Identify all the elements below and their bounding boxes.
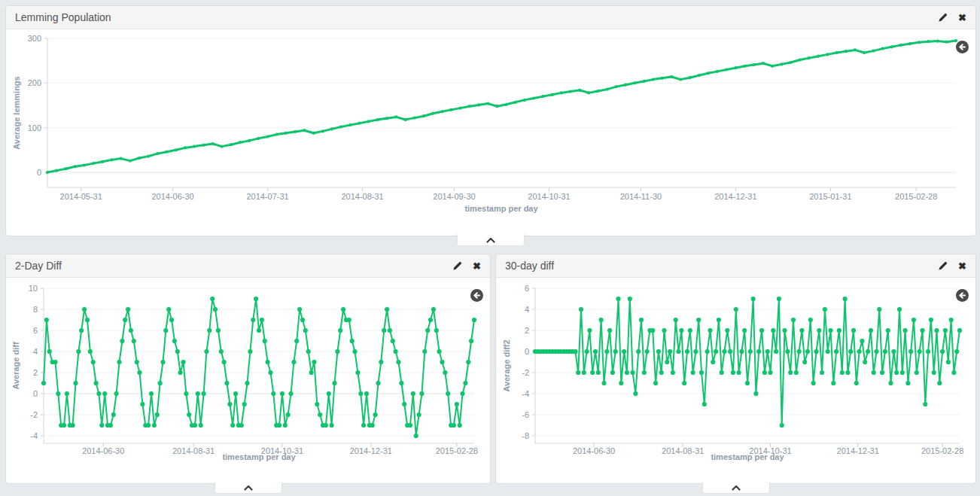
svg-text:2015-01-31: 2015-01-31: [809, 192, 851, 201]
svg-text:2014-12-31: 2014-12-31: [714, 192, 756, 201]
collapse-button[interactable]: [702, 482, 770, 494]
panel-header-icons: ✖: [452, 261, 481, 271]
chevron-up-icon: [486, 237, 495, 243]
close-icon: ✖: [958, 13, 966, 23]
svg-text:2014-08-31: 2014-08-31: [172, 446, 215, 455]
back-arrow-button[interactable]: [955, 288, 969, 306]
svg-text:2014-12-31: 2014-12-31: [837, 446, 879, 455]
chevron-up-icon: [244, 485, 253, 491]
svg-text:2015-02-28: 2015-02-28: [436, 446, 478, 455]
svg-text:2014-10-31: 2014-10-31: [528, 192, 570, 201]
svg-text:-2: -2: [30, 410, 38, 419]
svg-text:200: 200: [28, 78, 41, 87]
svg-text:2014-11-30: 2014-11-30: [620, 192, 662, 201]
panel-title: 2-Day Diff: [15, 260, 452, 272]
svg-text:300: 300: [28, 34, 41, 43]
chart-area-lemming-population: 01002003002014-05-312014-06-302014-07-31…: [6, 29, 975, 236]
svg-text:-4: -4: [522, 389, 529, 398]
panel-header: 2-Day Diff ✖: [6, 254, 490, 278]
svg-text:6: 6: [525, 284, 529, 293]
svg-text:4: 4: [525, 305, 529, 314]
svg-text:2014-12-31: 2014-12-31: [350, 446, 392, 455]
svg-text:0: 0: [525, 347, 529, 356]
svg-text:2014-07-31: 2014-07-31: [246, 192, 288, 201]
svg-text:0: 0: [33, 389, 38, 398]
svg-text:-2: -2: [522, 368, 529, 377]
edit-button[interactable]: [452, 261, 462, 271]
svg-text:0: 0: [37, 168, 41, 177]
panel-title: 30-day diff: [505, 260, 938, 272]
pencil-icon: [938, 261, 948, 271]
collapse-button[interactable]: [215, 482, 282, 494]
svg-text:2: 2: [525, 326, 529, 335]
y-axis-title: Average lemmings: [12, 76, 21, 149]
svg-text:-8: -8: [522, 431, 529, 440]
svg-text:8: 8: [33, 305, 38, 314]
back-arrow-button[interactable]: [470, 288, 484, 306]
edit-button[interactable]: [938, 261, 948, 271]
svg-text:100: 100: [28, 123, 41, 132]
x-axis-title: timestamp per day: [464, 204, 537, 213]
svg-text:-6: -6: [522, 410, 529, 419]
panel-30-day-diff: 30-day diff ✖ -8-6-4-202462014-06-302014…: [495, 254, 976, 484]
y-axis-title: Average diff2: [502, 339, 511, 391]
panel-lemming-population: Lemming Population ✖ 01002003002014-05-3…: [5, 5, 976, 236]
panel-header-icons: ✖: [938, 13, 966, 23]
x-axis-title: timestamp per day: [711, 452, 784, 461]
panel-header: Lemming Population ✖: [6, 6, 975, 29]
y-axis-title: Average diff: [11, 342, 20, 389]
svg-text:2014-05-31: 2014-05-31: [60, 192, 102, 201]
svg-text:10: 10: [29, 284, 38, 293]
close-icon: ✖: [473, 261, 481, 271]
collapse-button[interactable]: [457, 234, 525, 246]
x-axis-title: timestamp per day: [222, 452, 295, 461]
svg-text:2014-08-31: 2014-08-31: [341, 192, 383, 201]
pencil-icon: [452, 261, 462, 271]
pencil-icon: [938, 13, 948, 23]
panel-header: 30-day diff ✖: [496, 254, 975, 278]
close-button[interactable]: ✖: [473, 261, 481, 271]
close-button[interactable]: ✖: [958, 261, 966, 271]
back-arrow-circle-icon: [955, 288, 969, 303]
close-button[interactable]: ✖: [958, 13, 966, 23]
svg-text:2015-02-28: 2015-02-28: [895, 192, 937, 201]
chevron-up-icon: [732, 485, 741, 491]
panel-header-icons: ✖: [938, 261, 966, 271]
svg-text:2014-08-31: 2014-08-31: [662, 446, 704, 455]
back-arrow-circle-icon: [955, 40, 969, 54]
close-icon: ✖: [958, 261, 966, 271]
chart-area-30-day-diff: -8-6-4-202462014-06-302014-08-312014-10-…: [496, 278, 975, 483]
edit-button[interactable]: [938, 13, 948, 23]
svg-text:6: 6: [33, 326, 38, 335]
svg-text:4: 4: [33, 347, 38, 356]
chart-area-2-day-diff: -4-202468102014-06-302014-08-312014-10-3…: [6, 278, 490, 483]
svg-text:2014-06-30: 2014-06-30: [82, 446, 124, 455]
svg-text:2014-06-30: 2014-06-30: [573, 446, 615, 455]
back-arrow-circle-icon: [470, 288, 484, 303]
panel-title: Lemming Population: [15, 11, 938, 23]
panel-2-day-diff: 2-Day Diff ✖ -4-202468102014-06-302014-0…: [5, 254, 491, 484]
svg-text:2014-09-30: 2014-09-30: [433, 192, 475, 201]
svg-text:2: 2: [33, 368, 38, 377]
svg-text:2015-02-28: 2015-02-28: [921, 446, 963, 455]
svg-text:2014-06-30: 2014-06-30: [151, 192, 193, 201]
back-arrow-button[interactable]: [955, 40, 969, 57]
svg-text:-4: -4: [30, 431, 38, 440]
